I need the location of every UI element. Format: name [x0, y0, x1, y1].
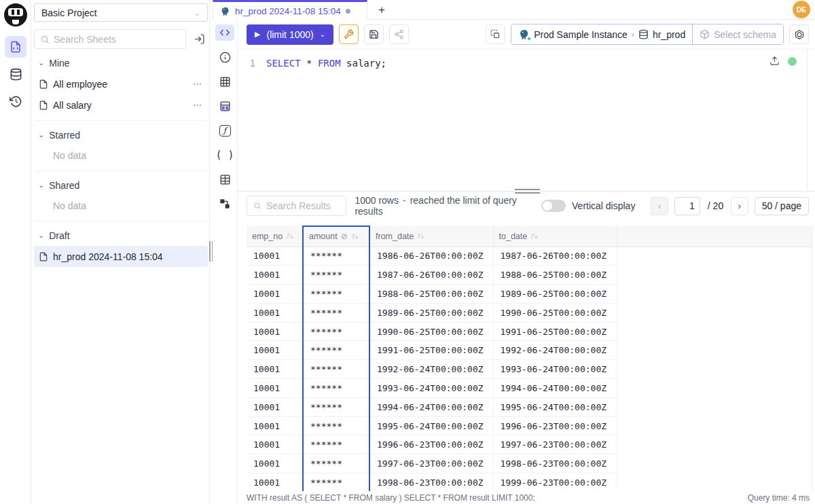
sort-icon[interactable] [417, 232, 424, 240]
table-cell[interactable]: 1987-06-26T00:00:00Z [493, 247, 617, 266]
table-cell[interactable]: 1994-06-24T00:00:00Z [493, 379, 617, 398]
table-cell[interactable]: 1998-06-23T00:00:00Z [493, 454, 617, 473]
sort-icon[interactable] [351, 233, 359, 240]
batch-query-button[interactable] [486, 24, 505, 44]
table-cell[interactable]: 10001 [247, 454, 303, 473]
rail-tab-info[interactable] [215, 49, 234, 65]
column-header-emp-no[interactable]: emp_no [247, 226, 303, 247]
table-cell[interactable]: ****** [303, 247, 369, 266]
table-cell[interactable]: 1988-06-25T00:00:00Z [493, 266, 617, 285]
table-cell[interactable]: 10001 [247, 266, 303, 285]
table-cell[interactable]: 1988-06-25T00:00:00Z [369, 285, 493, 304]
table-cell[interactable]: 1990-06-25T00:00:00Z [493, 303, 617, 322]
table-cell[interactable]: 1993-06-24T00:00:00Z [493, 360, 617, 379]
table-cell[interactable]: ****** [303, 341, 369, 360]
upload-sheet-button[interactable] [769, 56, 780, 66]
rail-item-history[interactable] [0, 88, 31, 115]
project-select[interactable]: Basic Project ⌄ [34, 3, 208, 22]
table-cell[interactable]: 1995-06-24T00:00:00Z [369, 416, 493, 435]
sql-editor[interactable]: 1 SELECT * FROM salary; [238, 49, 815, 191]
results-search[interactable] [247, 196, 346, 216]
table-cell[interactable]: 10001 [247, 416, 303, 435]
table-cell[interactable]: 10001 [247, 285, 303, 304]
sheet-search-input[interactable] [54, 34, 180, 45]
column-header-to-date[interactable]: to_date [493, 226, 617, 247]
table-cell[interactable]: 10001 [247, 397, 303, 416]
sheet-item-all-employee[interactable]: All employee ⋯ [34, 73, 208, 94]
column-header-amount[interactable]: amount⊘ [303, 226, 369, 247]
section-draft[interactable]: ⌄ Draft [34, 226, 208, 246]
table-cell[interactable]: ****** [303, 435, 369, 454]
editor-scrollbar[interactable] [807, 50, 808, 192]
results-resize-handle[interactable] [515, 189, 540, 194]
table-cell[interactable]: ****** [303, 322, 369, 341]
table-cell[interactable]: 1992-06-24T00:00:00Z [369, 360, 493, 379]
table-cell[interactable]: 1991-06-25T00:00:00Z [493, 322, 617, 341]
table-cell[interactable]: 10001 [247, 379, 303, 398]
table-cell[interactable]: 1987-06-26T00:00:00Z [369, 266, 493, 285]
next-page-button[interactable]: › [731, 197, 748, 215]
database-selector[interactable]: Prod Sample Instance › hr_prod [511, 24, 692, 44]
table-cell[interactable]: ****** [303, 266, 369, 285]
table-cell[interactable]: ****** [303, 379, 369, 398]
table-cell[interactable]: 1997-06-23T00:00:00Z [493, 435, 617, 454]
table-cell[interactable]: 10001 [247, 247, 303, 266]
rail-tab-functions[interactable]: ƒ [215, 122, 234, 139]
table-cell[interactable]: 10001 [247, 322, 303, 341]
table-cell[interactable]: 1990-06-25T00:00:00Z [369, 322, 493, 341]
rail-tab-tables[interactable] [215, 73, 234, 90]
rail-tab-external-tables[interactable] [215, 98, 234, 114]
results-search-input[interactable] [266, 200, 340, 211]
sort-icon[interactable] [530, 232, 538, 240]
schema-selector[interactable]: Select schema [692, 24, 783, 44]
table-cell[interactable]: 1993-06-24T00:00:00Z [369, 379, 493, 398]
table-cell[interactable]: 1991-06-25T00:00:00Z [369, 341, 493, 360]
vertical-display-toggle[interactable] [541, 200, 566, 212]
rail-tab-views[interactable] [215, 171, 234, 187]
table-cell[interactable]: 1989-06-25T00:00:00Z [369, 303, 493, 322]
sheet-item-draft[interactable]: hr_prod 2024-11-08 15:04 [34, 246, 208, 267]
format-sql-button[interactable] [339, 24, 359, 44]
table-cell[interactable]: 1986-06-26T00:00:00Z [369, 247, 493, 266]
table-cell[interactable]: ****** [303, 397, 369, 416]
rail-tab-procedures[interactable]: ( ) [215, 147, 234, 163]
table-cell[interactable]: ****** [303, 416, 369, 435]
table-cell[interactable]: 10001 [247, 303, 303, 322]
table-cell[interactable]: 10001 [247, 341, 303, 360]
save-sheet-button[interactable] [364, 24, 384, 44]
section-shared[interactable]: ⌄ Shared [34, 175, 208, 196]
import-sheet-button[interactable] [190, 31, 208, 48]
page-size-select[interactable]: 50 / page [755, 197, 809, 215]
column-header-from-date[interactable]: from_date [369, 226, 493, 247]
ai-assistant-button[interactable] [789, 24, 809, 44]
table-cell[interactable]: ****** [303, 473, 369, 491]
more-icon[interactable]: ⋯ [193, 100, 202, 110]
table-cell[interactable]: 1996-06-23T00:00:00Z [369, 435, 493, 454]
tab-worksheet[interactable]: hr_prod 2024-11-08 15:04 [213, 0, 367, 20]
table-cell[interactable]: 10001 [247, 435, 303, 454]
table-cell[interactable]: ****** [303, 360, 369, 379]
table-cell[interactable]: ****** [303, 303, 369, 322]
table-cell[interactable]: 1999-06-23T00:00:00Z [493, 473, 617, 491]
rail-item-worksheets[interactable] [0, 33, 31, 60]
share-sheet-button[interactable] [389, 24, 409, 44]
table-cell[interactable]: 1995-06-24T00:00:00Z [493, 397, 617, 416]
sheet-item-all-salary[interactable]: All salary ⋯ [34, 94, 208, 115]
run-query-button[interactable]: ▶ (limit 1000) ⌄ [247, 24, 333, 45]
page-number-input[interactable] [674, 197, 700, 215]
rail-tab-code[interactable] [215, 24, 234, 41]
section-mine[interactable]: ⌄ Mine [34, 53, 208, 73]
table-cell[interactable]: 10001 [247, 473, 303, 491]
sort-icon[interactable] [286, 232, 293, 240]
user-avatar[interactable]: DE [793, 1, 810, 18]
table-cell[interactable]: ****** [303, 285, 369, 304]
prev-page-button[interactable]: ‹ [651, 197, 668, 215]
rail-tab-schema-diagram[interactable] [215, 196, 234, 212]
sheet-search[interactable] [34, 29, 186, 49]
table-cell[interactable]: ****** [303, 454, 369, 473]
table-cell[interactable]: 1989-06-25T00:00:00Z [493, 285, 617, 304]
table-cell[interactable]: 1997-06-23T00:00:00Z [369, 454, 493, 473]
section-starred[interactable]: ⌄ Starred [34, 125, 208, 145]
rail-item-databases[interactable] [0, 60, 31, 88]
new-tab-button[interactable]: + [373, 1, 391, 18]
